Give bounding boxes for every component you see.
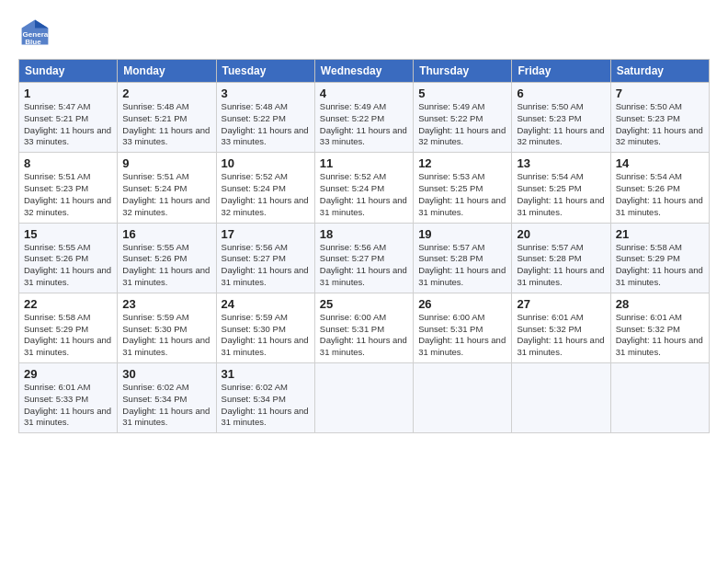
day-number: 3 [222,86,310,100]
day-info: Sunrise: 5:51 AM Sunset: 5:23 PM Dayligh… [24,171,112,218]
day-info: Sunrise: 5:53 AM Sunset: 5:25 PM Dayligh… [418,171,506,218]
day-info: Sunrise: 5:48 AM Sunset: 5:21 PM Dayligh… [122,101,210,148]
calendar-cell: 13 Sunrise: 5:54 AM Sunset: 5:25 PM Dayl… [512,153,610,223]
day-number: 22 [24,297,112,311]
day-number: 1 [24,86,112,100]
day-number: 2 [122,86,210,100]
day-number: 16 [122,227,210,241]
logo-icon: General Blue [18,17,51,50]
day-info: Sunrise: 5:49 AM Sunset: 5:22 PM Dayligh… [418,101,506,148]
calendar-cell: 16 Sunrise: 5:55 AM Sunset: 5:26 PM Dayl… [118,223,216,293]
day-info: Sunrise: 6:02 AM Sunset: 5:34 PM Dayligh… [222,382,310,429]
day-info: Sunrise: 5:55 AM Sunset: 5:26 PM Dayligh… [24,242,112,289]
header-day: Friday [512,60,610,83]
header-row: SundayMondayTuesdayWednesdayThursdayFrid… [19,60,710,83]
day-number: 8 [24,156,112,170]
calendar-week-row: 8 Sunrise: 5:51 AM Sunset: 5:23 PM Dayli… [19,153,710,223]
header-day: Thursday [414,60,512,83]
header-day: Tuesday [216,60,314,83]
day-info: Sunrise: 5:48 AM Sunset: 5:22 PM Dayligh… [222,101,310,148]
calendar-cell: 28 Sunrise: 6:01 AM Sunset: 5:32 PM Dayl… [610,293,709,362]
header-day: Wednesday [314,60,413,83]
day-info: Sunrise: 5:51 AM Sunset: 5:24 PM Dayligh… [122,171,210,218]
day-number: 29 [24,367,112,381]
calendar-cell [314,363,413,433]
calendar-cell: 1 Sunrise: 5:47 AM Sunset: 5:21 PM Dayli… [19,83,118,153]
calendar-cell: 25 Sunrise: 6:00 AM Sunset: 5:31 PM Dayl… [314,293,413,362]
day-info: Sunrise: 5:58 AM Sunset: 5:29 PM Dayligh… [616,242,704,289]
day-info: Sunrise: 5:54 AM Sunset: 5:25 PM Dayligh… [517,171,605,218]
day-number: 21 [616,227,704,241]
calendar-cell: 12 Sunrise: 5:53 AM Sunset: 5:25 PM Dayl… [414,153,512,223]
calendar-cell: 27 Sunrise: 6:01 AM Sunset: 5:32 PM Dayl… [512,293,610,362]
calendar-cell: 2 Sunrise: 5:48 AM Sunset: 5:21 PM Dayli… [118,83,216,153]
calendar-cell: 5 Sunrise: 5:49 AM Sunset: 5:22 PM Dayli… [414,83,512,153]
calendar-cell: 6 Sunrise: 5:50 AM Sunset: 5:23 PM Dayli… [512,83,610,153]
day-number: 28 [616,297,704,311]
calendar-cell: 11 Sunrise: 5:52 AM Sunset: 5:24 PM Dayl… [314,153,413,223]
day-info: Sunrise: 6:00 AM Sunset: 5:31 PM Dayligh… [418,312,506,359]
day-info: Sunrise: 5:54 AM Sunset: 5:26 PM Dayligh… [616,171,704,218]
day-info: Sunrise: 6:02 AM Sunset: 5:34 PM Dayligh… [122,382,210,429]
day-info: Sunrise: 5:47 AM Sunset: 5:21 PM Dayligh… [24,101,112,148]
day-info: Sunrise: 5:59 AM Sunset: 5:30 PM Dayligh… [222,312,310,359]
day-number: 5 [418,86,506,100]
calendar-header: SundayMondayTuesdayWednesdayThursdayFrid… [19,60,710,83]
calendar-table: SundayMondayTuesdayWednesdayThursdayFrid… [18,59,710,433]
day-number: 17 [222,227,310,241]
calendar-cell: 26 Sunrise: 6:00 AM Sunset: 5:31 PM Dayl… [414,293,512,362]
header-day: Monday [118,60,216,83]
svg-marker-1 [35,20,48,29]
day-number: 30 [122,367,210,381]
calendar-cell: 19 Sunrise: 5:57 AM Sunset: 5:28 PM Dayl… [414,223,512,293]
day-number: 14 [616,156,704,170]
day-number: 26 [418,297,506,311]
day-number: 27 [517,297,605,311]
calendar-week-row: 1 Sunrise: 5:47 AM Sunset: 5:21 PM Dayli… [19,83,710,153]
day-number: 11 [320,156,408,170]
calendar-cell: 10 Sunrise: 5:52 AM Sunset: 5:24 PM Dayl… [216,153,314,223]
day-info: Sunrise: 5:50 AM Sunset: 5:23 PM Dayligh… [517,101,605,148]
day-info: Sunrise: 5:52 AM Sunset: 5:24 PM Dayligh… [320,171,408,218]
day-info: Sunrise: 5:59 AM Sunset: 5:30 PM Dayligh… [122,312,210,359]
calendar-cell: 31 Sunrise: 6:02 AM Sunset: 5:34 PM Dayl… [216,363,314,433]
day-number: 24 [222,297,310,311]
day-info: Sunrise: 5:57 AM Sunset: 5:28 PM Dayligh… [517,242,605,289]
day-info: Sunrise: 6:01 AM Sunset: 5:32 PM Dayligh… [517,312,605,359]
day-info: Sunrise: 5:56 AM Sunset: 5:27 PM Dayligh… [222,242,310,289]
day-number: 23 [122,297,210,311]
calendar-cell: 29 Sunrise: 6:01 AM Sunset: 5:33 PM Dayl… [19,363,118,433]
calendar-cell: 17 Sunrise: 5:56 AM Sunset: 5:27 PM Dayl… [216,223,314,293]
calendar-cell [610,363,709,433]
calendar-cell [414,363,512,433]
calendar-cell: 9 Sunrise: 5:51 AM Sunset: 5:24 PM Dayli… [118,153,216,223]
calendar-week-row: 15 Sunrise: 5:55 AM Sunset: 5:26 PM Dayl… [19,223,710,293]
calendar-cell: 8 Sunrise: 5:51 AM Sunset: 5:23 PM Dayli… [19,153,118,223]
day-info: Sunrise: 5:55 AM Sunset: 5:26 PM Dayligh… [122,242,210,289]
day-number: 7 [616,86,704,100]
calendar-week-row: 22 Sunrise: 5:58 AM Sunset: 5:29 PM Dayl… [19,293,710,362]
day-info: Sunrise: 5:57 AM Sunset: 5:28 PM Dayligh… [418,242,506,289]
day-number: 15 [24,227,112,241]
day-info: Sunrise: 5:49 AM Sunset: 5:22 PM Dayligh… [320,101,408,148]
day-number: 19 [418,227,506,241]
day-info: Sunrise: 5:56 AM Sunset: 5:27 PM Dayligh… [320,242,408,289]
day-number: 9 [122,156,210,170]
day-number: 12 [418,156,506,170]
day-info: Sunrise: 6:01 AM Sunset: 5:32 PM Dayligh… [616,312,704,359]
day-info: Sunrise: 5:50 AM Sunset: 5:23 PM Dayligh… [616,101,704,148]
day-number: 4 [320,86,408,100]
day-info: Sunrise: 5:58 AM Sunset: 5:29 PM Dayligh… [24,312,112,359]
header-day: Saturday [610,60,709,83]
calendar-cell: 23 Sunrise: 5:59 AM Sunset: 5:30 PM Dayl… [118,293,216,362]
calendar-cell: 24 Sunrise: 5:59 AM Sunset: 5:30 PM Dayl… [216,293,314,362]
calendar-cell: 4 Sunrise: 5:49 AM Sunset: 5:22 PM Dayli… [314,83,413,153]
day-number: 20 [517,227,605,241]
day-number: 13 [517,156,605,170]
calendar-cell: 21 Sunrise: 5:58 AM Sunset: 5:29 PM Dayl… [610,223,709,293]
calendar-cell: 7 Sunrise: 5:50 AM Sunset: 5:23 PM Dayli… [610,83,709,153]
header-day: Sunday [19,60,118,83]
day-info: Sunrise: 6:01 AM Sunset: 5:33 PM Dayligh… [24,382,112,429]
calendar-cell: 20 Sunrise: 5:57 AM Sunset: 5:28 PM Dayl… [512,223,610,293]
logo: General Blue [18,17,55,50]
